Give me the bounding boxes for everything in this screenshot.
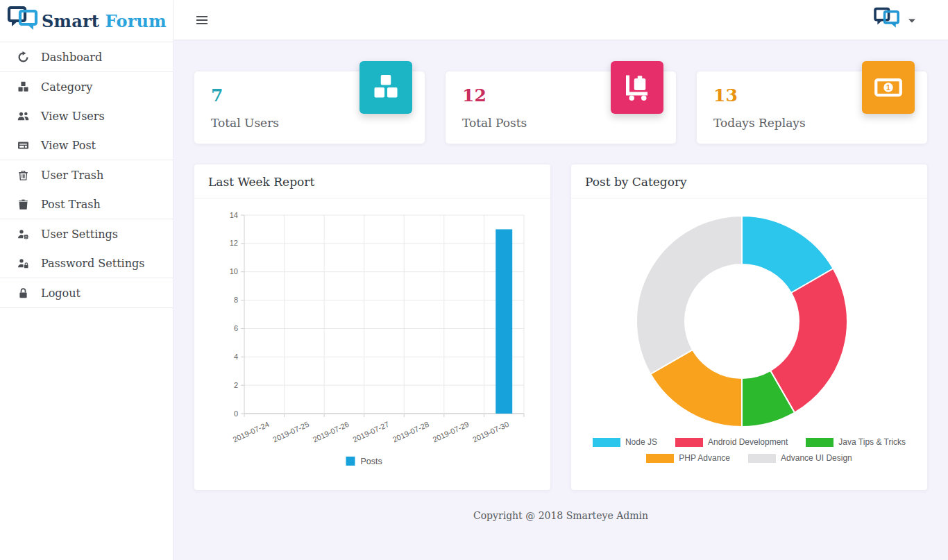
stat-cards-row: 7 Total Users 12 Total Posts 13 Todays R… <box>194 71 927 144</box>
bar-2019-07-30 <box>496 229 512 414</box>
sidebar-item-logout[interactable]: Logout <box>0 278 173 307</box>
legend-item: Node JS <box>593 437 657 447</box>
sidebar-item-label: Dashboard <box>41 51 102 64</box>
svg-text:2019-07-29: 2019-07-29 <box>431 420 470 444</box>
donut-slice-Advance UI Design <box>636 216 742 374</box>
page-content: 7 Total Users 12 Total Posts 13 Todays R… <box>173 40 948 560</box>
legend-label: Node JS <box>625 437 657 447</box>
main-area: 7 Total Users 12 Total Posts 13 Todays R… <box>173 0 948 560</box>
legend-item: Advance UI Design <box>748 453 852 463</box>
user-gear-icon <box>16 228 30 240</box>
sidebar: Smart Forum Dashboard Category <box>0 0 173 560</box>
charts-row: Last Week Report 024681012142019-07-2420… <box>194 164 927 490</box>
sidebar-item-category[interactable]: Category <box>0 72 173 101</box>
newspaper-icon <box>16 139 30 151</box>
app-layout: Smart Forum Dashboard Category <box>0 0 948 560</box>
svg-text:2: 2 <box>234 381 238 389</box>
legend-label: Android Development <box>708 437 788 447</box>
legend-item: PHP Advance <box>646 453 730 463</box>
last-week-report-panel: Last Week Report 024681012142019-07-2420… <box>194 164 550 490</box>
stat-card-todays-replays: 13 Todays Replays 1 <box>697 71 927 144</box>
legend-label: Java Tips & Tricks <box>838 437 906 447</box>
stat-card-total-posts: 12 Total Posts <box>446 71 676 144</box>
svg-text:2019-07-30: 2019-07-30 <box>471 420 510 444</box>
svg-text:0: 0 <box>234 409 238 418</box>
sidebar-item-label: Logout <box>41 287 81 300</box>
sidebar-menu: Dashboard Category View Users View Post <box>0 42 173 308</box>
sidebar-item-user-settings[interactable]: User Settings <box>0 219 173 248</box>
donut-chart: Node JSAndroid DevelopmentJava Tips & Tr… <box>571 198 927 473</box>
app-logo[interactable]: Smart Forum <box>0 0 173 42</box>
svg-text:14: 14 <box>230 211 238 219</box>
sidebar-item-label: User Settings <box>41 228 118 241</box>
sidebar-item-label: View Post <box>41 139 96 152</box>
sidebar-item-user-trash[interactable]: User Trash <box>0 160 173 189</box>
cubes-icon <box>16 81 30 93</box>
svg-text:8: 8 <box>234 296 238 304</box>
cubes-icon <box>359 61 412 114</box>
footer-copyright: Copyright @ 2018 Smarteye Admin <box>194 490 927 535</box>
chat-bubbles-logo-icon <box>873 7 901 33</box>
sidebar-item-label: Post Trash <box>41 198 101 211</box>
refresh-icon <box>16 51 30 63</box>
profile-dropdown[interactable] <box>873 7 916 33</box>
sidebar-item-label: Category <box>41 80 92 94</box>
svg-text:10: 10 <box>230 267 238 275</box>
stat-card-total-users: 7 Total Users <box>194 71 425 144</box>
sidebar-item-post-trash[interactable]: Post Trash <box>0 189 173 219</box>
legend-item: Android Development <box>675 437 788 447</box>
money-bill-icon: 1 <box>862 61 915 114</box>
hamburger-icon[interactable] <box>196 14 208 26</box>
svg-text:2019-07-28: 2019-07-28 <box>391 420 430 444</box>
legend-label: PHP Advance <box>679 453 730 463</box>
svg-text:2019-07-24: 2019-07-24 <box>232 420 271 444</box>
dolly-icon <box>611 61 663 114</box>
svg-text:1: 1 <box>886 83 890 92</box>
svg-text:12: 12 <box>230 239 238 247</box>
stat-label: Total Users <box>211 116 408 130</box>
sidebar-item-dashboard[interactable]: Dashboard <box>0 42 173 71</box>
legend-label: Posts <box>361 457 382 466</box>
sidebar-item-password-settings[interactable]: Password Settings <box>0 248 173 278</box>
topbar <box>173 0 948 40</box>
chat-bubbles-logo-icon <box>7 6 39 36</box>
lock-icon <box>16 287 30 299</box>
legend-swatch <box>806 438 833 447</box>
user-lock-icon <box>16 257 30 269</box>
caret-down-icon <box>908 13 916 26</box>
legend-swatch <box>646 454 674 463</box>
trash-solid-icon <box>16 198 30 210</box>
legend-swatch <box>593 438 620 447</box>
svg-text:2019-07-27: 2019-07-27 <box>351 420 390 444</box>
panel-title: Last Week Report <box>194 164 550 198</box>
stat-label: Todays Replays <box>713 116 911 130</box>
trash-outline-icon <box>16 169 30 181</box>
sidebar-item-label: Password Settings <box>41 257 144 270</box>
svg-text:4: 4 <box>234 353 238 361</box>
svg-text:6: 6 <box>234 324 238 332</box>
legend-item: Java Tips & Tricks <box>806 437 906 447</box>
sidebar-item-view-post[interactable]: View Post <box>0 130 173 160</box>
menu-divider <box>0 307 173 308</box>
sidebar-item-view-users[interactable]: View Users <box>0 101 173 130</box>
panel-title: Post by Category <box>571 164 927 198</box>
users-icon <box>16 110 30 122</box>
bar-chart: 024681012142019-07-242019-07-252019-07-2… <box>194 198 550 490</box>
donut-legend: Node JSAndroid DevelopmentJava Tips & Tr… <box>578 437 920 463</box>
legend-label: Advance UI Design <box>781 453 852 463</box>
app-title: Smart Forum <box>42 11 167 31</box>
legend-swatch <box>748 454 776 463</box>
legend-swatch <box>675 438 703 447</box>
stat-label: Total Posts <box>462 116 659 130</box>
svg-text:2019-07-26: 2019-07-26 <box>312 420 350 444</box>
sidebar-item-label: User Trash <box>41 169 103 182</box>
svg-text:2019-07-25: 2019-07-25 <box>271 420 310 444</box>
sidebar-item-label: View Users <box>41 110 105 123</box>
legend-swatch <box>346 457 355 466</box>
post-by-category-panel: Post by Category Node JSAndroid Developm… <box>571 164 927 490</box>
